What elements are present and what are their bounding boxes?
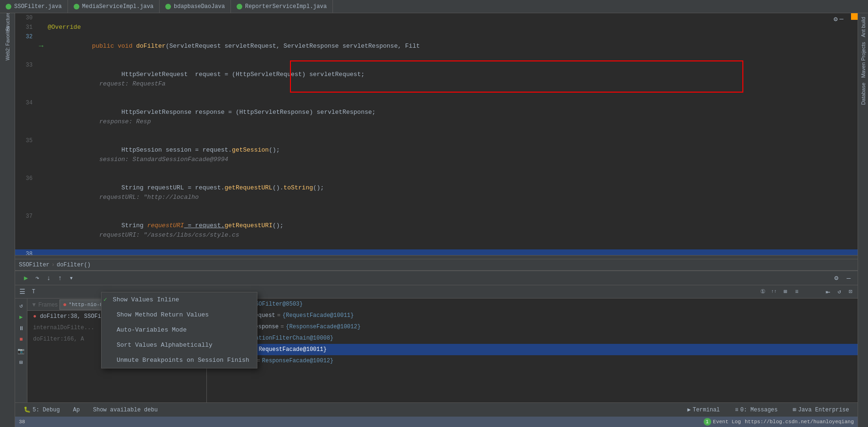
- tab-mediaservice[interactable]: MediaServiceImpl.java: [68, 0, 160, 13]
- var-item-filterchain[interactable]: ▶ {ApplicationFilterChain@10008}: [207, 333, 858, 344]
- var-eq-servletresponse: =: [281, 322, 284, 332]
- debug-resume-btn[interactable]: ▶: [21, 273, 31, 283]
- var-item-response[interactable]: ▶ response = ResponseFacade@10012}: [207, 355, 858, 367]
- line-gutter-36: [36, 174, 46, 212]
- menu-item-2-label: Auto-Variables Mode: [117, 325, 187, 335]
- tab-ap[interactable]: Ap: [68, 403, 85, 417]
- debug-step-into-btn[interactable]: ↓: [43, 273, 54, 283]
- java-enterprise-icon: ⊞: [793, 406, 796, 413]
- tab-messages[interactable]: ≡ 0: Messages: [730, 403, 782, 417]
- line-gutter-33: [36, 60, 46, 98]
- right-sidebar-antbuild[interactable]: Ant build: [860, 15, 866, 39]
- thread-stop-icon: ●: [63, 301, 67, 308]
- var-btn-list[interactable]: ☰: [17, 287, 27, 297]
- line-code-30: [46, 13, 858, 23]
- debug-tabs-left: ↺ ▶ ⏸ ■ 📷 ⊞: [15, 299, 27, 402]
- right-sidebar-database[interactable]: Database: [860, 81, 866, 107]
- tab-label: SSOFilter.java: [14, 3, 62, 10]
- tab-icon: [74, 4, 79, 9]
- tab-bar: SSOFilter.java MediaServiceImpl.java bda…: [0, 0, 868, 13]
- status-bar: 38 1 Event Log https://blog.csdn.net/hua…: [15, 417, 858, 427]
- sidebar-web[interactable]: Web: [1, 49, 14, 62]
- tab-label: MediaServiceImpl.java: [82, 3, 153, 10]
- line-num-34: 34: [15, 98, 36, 136]
- code-line-31: 31 @Override: [15, 23, 858, 32]
- debug-icon-camera[interactable]: 📷: [16, 346, 26, 356]
- tab-reporterservice[interactable]: ReporterServiceImpl.java: [231, 0, 333, 13]
- terminal-icon: ▶: [687, 406, 690, 413]
- tab-ssofilter[interactable]: SSOFilter.java: [0, 0, 68, 13]
- line-num-32: 32: [15, 32, 36, 60]
- line-num-35: 35: [15, 136, 36, 174]
- horizontal-scrollbar[interactable]: [15, 255, 858, 259]
- var-nav-right1[interactable]: ⇤: [823, 287, 833, 297]
- debug-step-over-btn[interactable]: ↷: [32, 273, 43, 283]
- settings-gear-icon[interactable]: ⚙: [834, 15, 837, 23]
- frame-0-icon: ●: [33, 313, 36, 320]
- line-code-38: String redirectUrl = request.getScheme()…: [46, 249, 858, 255]
- debug-icon-pause[interactable]: ⏸: [16, 323, 26, 333]
- tab-bdapbase[interactable]: bdapbaseDaoJava: [160, 0, 231, 13]
- line-gutter-34: [36, 98, 46, 136]
- line-gutter-38: ✔: [36, 249, 46, 255]
- var-nav-1[interactable]: ①: [757, 287, 768, 297]
- line-gutter-35: [36, 136, 46, 174]
- debug-icon-reload[interactable]: ↺: [16, 300, 26, 311]
- var-item-this[interactable]: ▶ this = {SSOFilter@8503}: [207, 299, 858, 310]
- var-nav-lines[interactable]: ≡: [791, 287, 802, 297]
- status-line-num: 38: [19, 419, 25, 425]
- debug-settings-icon[interactable]: ⚙: [831, 273, 842, 283]
- frame-1-label: internalDoFilte...: [33, 325, 94, 331]
- menu-item-unmute-breakpoints[interactable]: Unmute Breakpoints on Session Finish: [102, 353, 257, 368]
- debug-icon-stop[interactable]: ■: [16, 334, 26, 345]
- menu-item-auto-variables[interactable]: Auto-Variables Mode: [102, 323, 257, 338]
- line-code-37: String requestURI = request.getRequestUR…: [46, 212, 858, 249]
- status-event-log[interactable]: 1 Event Log: [704, 418, 741, 426]
- tab-debug[interactable]: 🐛 5: Debug: [19, 403, 65, 417]
- tab-icon: [165, 4, 171, 9]
- menu-item-show-method-return[interactable]: Show Method Return Values: [102, 307, 257, 323]
- code-line-37: 37 String requestURI = request.getReques…: [15, 212, 858, 249]
- right-sidebar: Ant build Maven Projects Database: [858, 13, 868, 427]
- var-item-request[interactable]: ▶ request = RequestFacade@10011}: [207, 344, 858, 355]
- debug-icon-play[interactable]: ▶: [16, 312, 26, 322]
- var-item-servletrequest[interactable]: ▶ servletRequest = {RequestFacade@10011}: [207, 310, 858, 321]
- var-nav-right3[interactable]: ⊡: [845, 287, 856, 297]
- var-btn-t[interactable]: T: [28, 287, 39, 297]
- sidebar-favorites[interactable]: 2: Favorites: [1, 32, 14, 45]
- debug-toolbar: ▶ ↷ ↓ ↑ ▾ ⚙ —: [15, 271, 858, 285]
- status-url[interactable]: https://blog.csdn.net/huanloyeqiang: [745, 419, 854, 425]
- line-num-37: 37: [15, 212, 36, 249]
- code-line-36: 36 String requestURL = request.getReques…: [15, 174, 858, 212]
- tab-show-debug[interactable]: Show available debu: [88, 403, 162, 417]
- line-code-36: String requestURL = request.getRequestUR…: [46, 174, 858, 212]
- var-item-servletresponse[interactable]: ▶ servletResponse = {ResponseFacade@1001…: [207, 321, 858, 333]
- code-line-38: 38 ✔ String redirectUrl = request.getSch…: [15, 249, 858, 255]
- messages-icon: ≡: [735, 407, 738, 413]
- status-line-col: 38: [19, 419, 25, 425]
- tab-icon: [6, 4, 11, 9]
- menu-item-sort-alphabetically[interactable]: Sort Values Alphabetically: [102, 338, 257, 353]
- var-nav-grid[interactable]: ⊞: [780, 287, 791, 297]
- debug-icon-grid[interactable]: ⊞: [16, 357, 26, 367]
- minimize-icon[interactable]: —: [840, 15, 843, 23]
- tab-terminal[interactable]: ▶ Terminal: [682, 403, 724, 417]
- tab-label: bdapbaseDaoJava: [174, 3, 225, 10]
- frame-2-label: doFilter:166, A: [33, 336, 84, 342]
- var-value-servletrequest: {RequestFacade@10011}: [282, 310, 354, 321]
- right-sidebar-maven[interactable]: Maven Projects: [860, 40, 866, 80]
- debug-minimize-icon[interactable]: —: [843, 273, 854, 283]
- line-gutter-37: [36, 212, 46, 249]
- debug-right-icons: ⚙ —: [831, 273, 854, 283]
- variables-list[interactable]: ▶ this = {SSOFilter@8503} ▶ servletReque…: [207, 299, 858, 402]
- code-editor[interactable]: 30 31 @Override 32 → pub: [15, 13, 858, 255]
- var-nav-right2[interactable]: ↺: [834, 287, 844, 297]
- debug-filter-btn[interactable]: ▾: [66, 273, 77, 283]
- menu-item-show-values-inline[interactable]: Show Values Inline: [102, 292, 257, 307]
- var-nav-cursor[interactable]: ↑↑: [769, 287, 779, 297]
- tab-java-enterprise[interactable]: ⊞ Java Enterprise: [788, 403, 854, 417]
- variables-panel: ▶ this = {SSOFilter@8503} ▶ servletReque…: [207, 299, 858, 402]
- messages-label: 0: Messages: [740, 407, 778, 413]
- debug-step-out-btn[interactable]: ↑: [55, 273, 65, 283]
- line-code-31: @Override: [46, 23, 858, 32]
